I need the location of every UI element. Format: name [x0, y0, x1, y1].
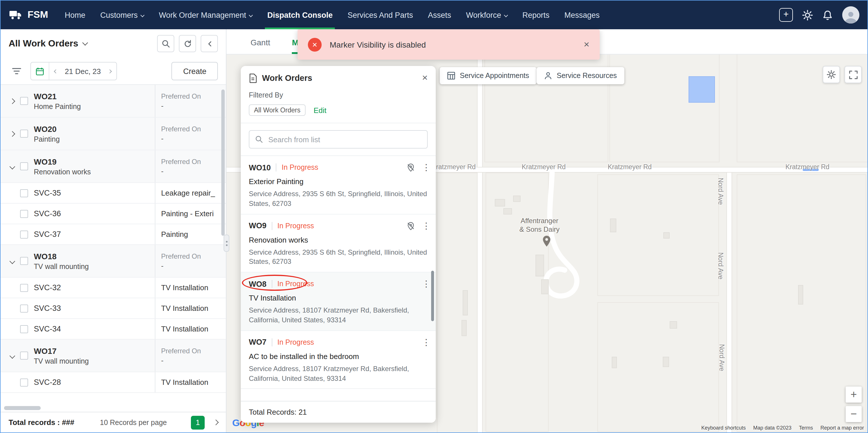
row-checkbox[interactable]: [20, 351, 28, 360]
map-building: [798, 285, 803, 305]
map-building: [513, 195, 521, 202]
collapse-pane-button[interactable]: [201, 35, 218, 52]
refresh-button[interactable]: [179, 35, 196, 52]
item-menu-icon[interactable]: [422, 162, 428, 173]
nav-messages[interactable]: Messages: [557, 1, 607, 29]
calendar-icon[interactable]: [31, 63, 49, 80]
list-view-selector[interactable]: All Work Orders: [9, 38, 78, 49]
chevron-down-icon[interactable]: [82, 40, 88, 45]
panel-scrollbar[interactable]: [431, 271, 434, 321]
preferred-on-value: -: [161, 357, 222, 365]
nav-assets[interactable]: Assets: [421, 1, 459, 29]
table-row-wo20[interactable]: WO20 Painting Preferred On -: [1, 118, 226, 150]
collapse-chevron-icon[interactable]: [5, 164, 19, 168]
table-row-svc33[interactable]: SVC-33 TV Installation: [1, 298, 226, 319]
report-error-link[interactable]: Report a map error: [820, 425, 864, 431]
item-menu-icon[interactable]: [422, 220, 428, 231]
expand-chevron-icon[interactable]: [5, 99, 19, 103]
toast-close-icon[interactable]: [584, 39, 589, 50]
table-row-svc28[interactable]: SVC-28 TV Installation: [1, 372, 226, 393]
table-row-svc32[interactable]: SVC-32 TV Installation: [1, 278, 226, 298]
table-row-wo19[interactable]: WO19 Renovation works Preferred On -: [1, 150, 226, 183]
zoom-out-button[interactable]: −: [846, 406, 862, 422]
map-canvas[interactable]: Kratzmeyer Rd Kratzmeyer Rd Kratzmeyer R…: [226, 55, 867, 432]
user-avatar[interactable]: [842, 6, 859, 24]
row-checkbox[interactable]: [20, 97, 28, 105]
work-order-name: Home Painting: [34, 102, 151, 111]
map-building: [535, 255, 544, 276]
horizontal-scrollbar[interactable]: [1, 405, 226, 412]
table-row-svc34[interactable]: SVC-34 TV Installation: [1, 319, 226, 340]
row-checkbox[interactable]: [20, 189, 28, 197]
terms-link[interactable]: Terms: [799, 425, 813, 431]
page-number[interactable]: 1: [191, 415, 205, 429]
next-day-button[interactable]: [103, 70, 116, 72]
quick-add-button[interactable]: [779, 8, 793, 22]
list-item-wo7[interactable]: WO7 In Progress AC to be installed in th…: [241, 331, 436, 389]
nav-home[interactable]: Home: [57, 1, 93, 29]
tab-gantt[interactable]: Gantt: [251, 38, 270, 54]
table-row-wo18[interactable]: WO18 TV wall mounting Preferred On -: [1, 245, 226, 278]
table-row-wo21[interactable]: WO21 Home Painting Preferred On -: [1, 85, 226, 118]
work-order-title: Exterior Painting: [249, 177, 428, 186]
row-checkbox[interactable]: [20, 257, 28, 265]
row-checkbox[interactable]: [20, 230, 28, 238]
filter-icon[interactable]: [9, 63, 25, 79]
nav-workforce[interactable]: Workforce: [459, 1, 515, 29]
previous-day-button[interactable]: [49, 70, 62, 72]
marker-hidden-icon[interactable]: [406, 221, 415, 230]
row-checkbox[interactable]: [20, 162, 28, 170]
table-row-wo17[interactable]: WO17 TV wall mounting Preferred On -: [1, 340, 226, 372]
pane-resize-handle[interactable]: [224, 235, 229, 252]
create-button[interactable]: Create: [172, 62, 218, 80]
table-row-svc35[interactable]: SVC-35 Leakage repair_: [1, 183, 226, 204]
service-resources-button[interactable]: Service Resources: [537, 67, 624, 84]
notifications-bell-icon[interactable]: [822, 9, 833, 20]
expand-chevron-icon[interactable]: [5, 132, 19, 136]
item-menu-icon[interactable]: [422, 337, 428, 347]
road-label-nord-ave: Nord Ave: [717, 178, 724, 205]
edit-filter-link[interactable]: Edit: [314, 106, 327, 115]
zoom-in-button[interactable]: +: [846, 386, 862, 403]
records-per-page[interactable]: 10 Records per page: [100, 419, 167, 426]
row-checkbox[interactable]: [20, 304, 28, 312]
list-item-wo9[interactable]: WO9 In Progress Renovation works: [241, 214, 436, 272]
table-row-svc36[interactable]: SVC-36 Painting - Exteri: [1, 204, 226, 224]
nav-reports[interactable]: Reports: [515, 1, 557, 29]
collapse-chevron-icon[interactable]: [5, 353, 19, 358]
vertical-scrollbar[interactable]: [221, 90, 225, 236]
fullscreen-button[interactable]: [844, 66, 862, 83]
next-page-button[interactable]: [214, 421, 218, 424]
nav-work-order-management[interactable]: Work Order Management: [151, 1, 260, 29]
service-appointments-button[interactable]: Service Appointments: [440, 67, 537, 84]
row-checkbox[interactable]: [20, 210, 28, 218]
selected-date[interactable]: 21 Dec, 23: [62, 67, 103, 75]
list-item-wo10[interactable]: WO10 In Progress Exterior Painting: [241, 156, 436, 214]
work-order-title: TV Installation: [249, 293, 428, 302]
settings-gear-icon[interactable]: [802, 9, 813, 20]
row-checkbox[interactable]: [20, 378, 28, 386]
marker-hidden-icon[interactable]: [406, 163, 415, 172]
row-checkbox[interactable]: [20, 130, 28, 137]
service-name: Painting - Exteri: [161, 209, 222, 218]
work-orders-panel: Work Orders Filtered By All Work Orders …: [241, 66, 436, 423]
nav-customers[interactable]: Customers: [93, 1, 152, 29]
nav-services-and-parts[interactable]: Services And Parts: [340, 1, 421, 29]
fsm-brand[interactable]: FSM: [9, 8, 48, 22]
keyboard-shortcuts-link[interactable]: Keyboard shortcuts: [701, 425, 746, 431]
list-footer: Total records : ### 10 Records per page …: [1, 412, 226, 432]
list-item-wo8[interactable]: WO8 In Progress TV Installation Service …: [241, 272, 436, 331]
fsm-app-window: FSM Home Customers Work Order Management…: [0, 0, 868, 433]
search-button[interactable]: [157, 35, 174, 52]
collapse-chevron-icon[interactable]: [5, 259, 19, 263]
chevron-down-icon: [141, 13, 145, 17]
search-input[interactable]: [268, 135, 422, 144]
row-checkbox[interactable]: [20, 325, 28, 333]
map-settings-button[interactable]: [823, 66, 840, 83]
panel-close-icon[interactable]: [422, 72, 428, 84]
table-row-svc37[interactable]: SVC-37 Painting: [1, 224, 226, 245]
item-menu-icon[interactable]: [422, 279, 428, 289]
nav-dispatch-console[interactable]: Dispatch Console: [260, 1, 340, 29]
work-order-address: Service Address, 2935 S 6th St, Springfi…: [249, 189, 428, 209]
row-checkbox[interactable]: [20, 284, 28, 291]
